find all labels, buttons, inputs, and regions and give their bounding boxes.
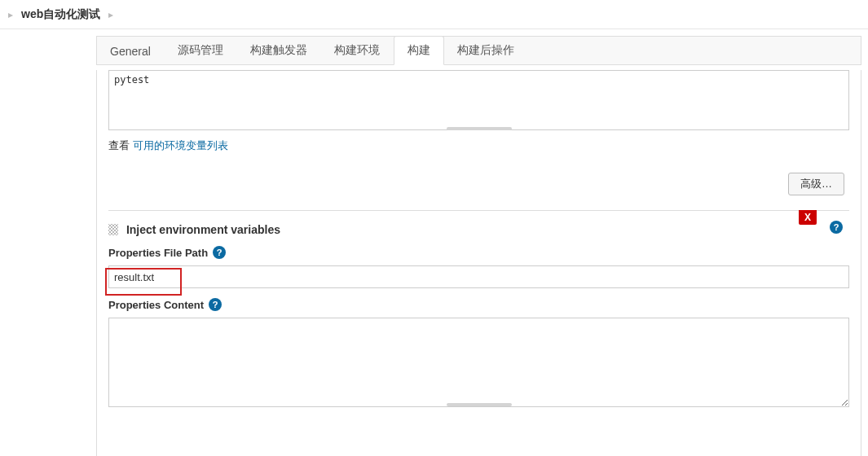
shell-command-textarea[interactable]: pytest [108,70,849,130]
breadcrumb: ▸ web自动化测试 ▸ [0,0,868,29]
tab-post-build[interactable]: 构建后操作 [444,37,528,64]
config-tabs: General 源码管理 构建触发器 构建环境 构建 构建后操作 [96,36,861,65]
properties-content-row: Properties Content ? [108,298,849,311]
shell-command-value: pytest [114,74,149,86]
env-vars-hint: 查看 可用的环境变量列表 [108,138,849,153]
help-icon[interactable]: ? [830,221,843,234]
help-icon[interactable]: ? [213,246,226,259]
tab-triggers[interactable]: 构建触发器 [237,37,321,64]
tab-general[interactable]: General [97,38,165,64]
help-icon[interactable]: ? [209,298,222,311]
inject-env-vars-section: X ? Inject environment variables Propert… [108,210,849,407]
resize-handle-icon[interactable] [447,403,512,406]
properties-file-path-row: Properties File Path ? [108,246,849,259]
properties-content-wrapper [108,318,849,407]
env-hint-prefix: 查看 [108,139,133,151]
advanced-button-row: 高级… [108,173,849,195]
properties-file-path-input-wrapper [108,265,849,288]
env-vars-link[interactable]: 可用的环境变量列表 [133,139,228,151]
delete-step-button[interactable]: X [799,210,817,225]
breadcrumb-title[interactable]: web自动化测试 [16,7,105,22]
chevron-right-icon: ▸ [105,9,117,20]
properties-file-path-input[interactable] [108,265,849,288]
advanced-button[interactable]: 高级… [788,173,844,195]
tab-build-env[interactable]: 构建环境 [321,37,394,64]
resize-handle-icon[interactable] [447,127,512,130]
tab-build[interactable]: 构建 [394,36,444,65]
properties-content-label: Properties Content [108,299,204,311]
properties-content-textarea[interactable] [108,318,849,407]
tab-scm[interactable]: 源码管理 [165,37,237,64]
config-form-body: pytest 查看 可用的环境变量列表 高级… X ? Inject envir… [96,70,861,456]
chevron-right-icon: ▸ [5,9,16,20]
properties-file-path-label: Properties File Path [108,247,208,259]
section-title: Inject environment variables [126,223,280,236]
drag-handle-icon[interactable] [108,224,118,235]
